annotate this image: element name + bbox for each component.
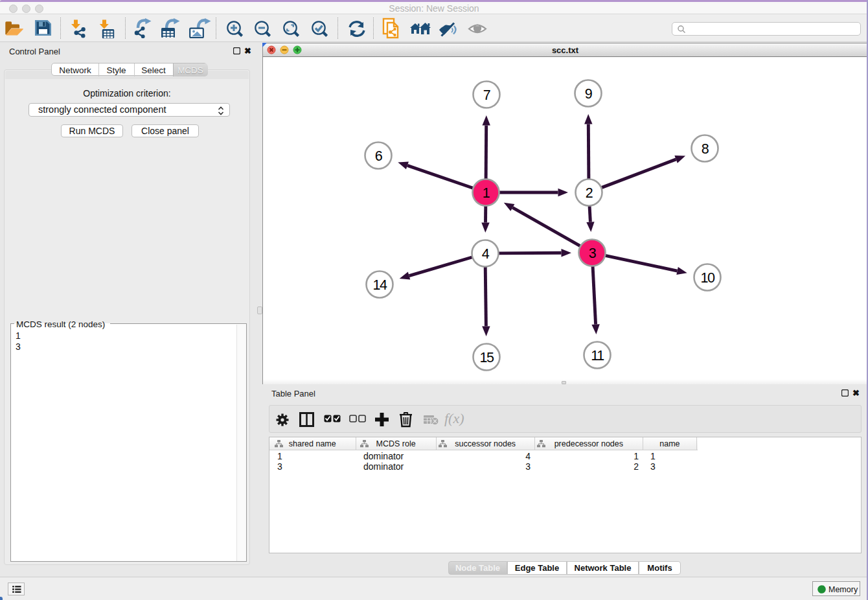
svg-text:10: 10 bbox=[701, 270, 715, 286]
svg-text:4: 4 bbox=[482, 246, 490, 262]
svg-text:2: 2 bbox=[586, 185, 593, 201]
svg-text:7: 7 bbox=[483, 87, 490, 103]
svg-text:15: 15 bbox=[480, 350, 494, 365]
svg-text:9: 9 bbox=[585, 86, 592, 102]
svg-text:11: 11 bbox=[591, 348, 604, 363]
svg-text:6: 6 bbox=[375, 148, 383, 164]
svg-text:1: 1 bbox=[483, 185, 490, 201]
svg-text:8: 8 bbox=[702, 141, 709, 157]
svg-text:3: 3 bbox=[589, 246, 597, 261]
svg-text:14: 14 bbox=[373, 277, 387, 293]
